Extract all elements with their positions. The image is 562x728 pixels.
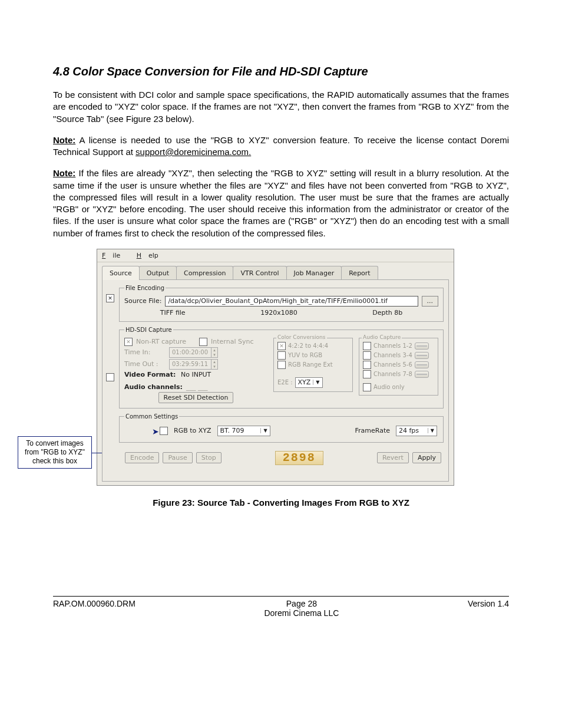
video-format-label: Video Format: (124, 371, 177, 378)
internal-sync-label: Internal Sync (211, 338, 253, 345)
tab-output[interactable]: Output (139, 266, 177, 280)
ch56-checkbox[interactable] (363, 361, 371, 369)
pause-button[interactable]: Pause (163, 452, 192, 463)
revert-button[interactable]: Revert (377, 452, 409, 463)
footer-page-label: Page (286, 599, 308, 608)
tab-bar: Source Output Compression VTR Control Jo… (97, 262, 454, 280)
ch12-checkbox[interactable] (363, 342, 371, 350)
yuv-rgb-checkbox[interactable] (277, 351, 286, 360)
e2e-select[interactable]: XYZ ▼ (295, 377, 323, 388)
video-format-value: No INPUT (181, 371, 211, 378)
encode-button[interactable]: Encode (125, 452, 159, 463)
tab-report[interactable]: Report (341, 266, 378, 280)
time-out-label: Time Out : (124, 360, 166, 368)
audio-channels-label: Audio channels: (124, 383, 183, 391)
time-out-value: 03:29:59:11 (170, 360, 211, 369)
bt709-select[interactable]: BT. 709 ▼ (217, 426, 270, 436)
footer-page-number: 28 (308, 599, 317, 608)
ch78-slider[interactable] (415, 371, 429, 378)
menubar: File Help (97, 249, 454, 262)
ch56-slider[interactable] (415, 361, 429, 368)
apply-button[interactable]: Apply (412, 452, 441, 463)
rgb-range-ext-label: RGB Range Ext (288, 361, 333, 368)
nonrt-checkbox[interactable] (124, 338, 133, 346)
callout-text: To convert images from "RGB to XYZ" chec… (25, 439, 85, 465)
rgb-range-ext-checkbox[interactable] (277, 361, 286, 369)
ch34-slider[interactable] (415, 352, 429, 359)
ch78-checkbox[interactable] (363, 370, 371, 378)
pointer-arrow-icon: ➤ (152, 427, 159, 436)
group-hdsdi-capture: HD-SDI Capture Non-RT capture Internal S… (119, 327, 444, 409)
figure-caption: Figure 23: Source Tab - Converting Image… (53, 498, 509, 508)
tab-compression[interactable]: Compression (176, 266, 233, 280)
note-2-text: If the files are already "XYZ", then sel… (53, 168, 509, 238)
menu-file[interactable]: File (102, 252, 127, 259)
page-footer: RAP.OM.000960.DRM Page 28 Doremi Cinema … (53, 596, 509, 618)
caret-down-icon: ▼ (260, 428, 267, 433)
source-file-input[interactable]: /data/dcp/Olivier_Boulant_OpAtom/High_bi… (165, 296, 418, 307)
422-444-label: 4:2:2 to 4:4:4 (288, 342, 328, 349)
note-2: Note: If the files are already "XYZ", th… (53, 167, 509, 239)
legend-common-settings: Common Settings (124, 413, 179, 420)
rgb-to-xyz-checkbox[interactable] (160, 427, 168, 435)
nonrt-label: Non-RT capture (136, 338, 186, 345)
audio-only-label: Audio only (373, 384, 405, 390)
hdsdi-capture-checkbox[interactable] (106, 373, 114, 381)
frame-counter-lcd: 2898 (275, 451, 323, 465)
audio-channels-value: ___ ___ (186, 383, 208, 391)
time-in-spinner[interactable]: 01:00:20:00 ▴▾ (169, 347, 218, 358)
yuv-rgb-label: YUV to RGB (288, 352, 322, 358)
stop-button[interactable]: Stop (196, 452, 222, 463)
section-heading: 4.8 Color Space Conversion for File and … (53, 65, 509, 78)
group-audio-capture: Audio Capture Channels 1-2 Channels 3-4 … (359, 338, 438, 396)
app-window: File Help Source Output Compression VTR … (97, 249, 454, 486)
caret-down-icon: ▼ (313, 380, 319, 385)
time-in-value: 01:00:20:00 (170, 348, 211, 357)
ch34-checkbox[interactable] (363, 351, 371, 360)
support-email[interactable]: support@doremicinema.com. (135, 147, 251, 157)
legend-color-conversions: Color Conversions (276, 334, 327, 340)
time-out-spinner[interactable]: 03:29:59:11 ▴▾ (169, 359, 218, 370)
422-444-checkbox[interactable] (277, 342, 286, 350)
browse-button[interactable]: ... (422, 296, 439, 307)
footer-doc-id: RAP.OM.000960.DRM (53, 599, 135, 618)
resolution-value: 1920x1080 (260, 309, 297, 317)
ch12-label: Channels 1-2 (373, 342, 412, 349)
source-file-label: Source File: (124, 297, 161, 305)
reset-sdi-button[interactable]: Reset SDI Detection (158, 392, 234, 403)
audio-only-checkbox[interactable] (363, 383, 371, 391)
bt709-value: BT. 709 (220, 427, 244, 434)
legend-hdsdi: HD-SDI Capture (124, 327, 173, 333)
menu-help[interactable]: Help (137, 252, 158, 259)
e2e-value: XYZ (298, 378, 311, 386)
framerate-select[interactable]: 24 fps ▼ (396, 426, 437, 436)
depth-value: Depth 8b (372, 309, 402, 317)
e2e-label: E2E : (277, 379, 293, 386)
down-arrow-icon[interactable]: ▾ (211, 364, 217, 369)
note-label: Note: (53, 168, 75, 178)
tab-source[interactable]: Source (102, 266, 140, 280)
down-arrow-icon[interactable]: ▾ (211, 353, 217, 357)
group-file-encoding: File Encoding Source File: /data/dcp/Oli… (119, 285, 444, 322)
group-common-settings: Common Settings ➤ RGB to XYZ BT. 709 ▼ F… (119, 413, 444, 443)
file-encoding-checkbox[interactable] (106, 294, 114, 302)
up-arrow-icon[interactable]: ▴ (211, 348, 217, 353)
footer-version: Version 1.4 (468, 599, 509, 618)
paragraph-intro: To be consistent with DCI color and samp… (53, 89, 509, 125)
ch12-slider[interactable] (415, 342, 429, 350)
note-label: Note: (53, 135, 75, 145)
up-arrow-icon[interactable]: ▴ (211, 360, 217, 364)
rgb-to-xyz-label: RGB to XYZ (174, 427, 211, 434)
tab-vtr-control[interactable]: VTR Control (233, 266, 286, 280)
tab-panel-source: File Encoding Source File: /data/dcp/Oli… (102, 279, 449, 482)
time-in-label: Time In: (124, 348, 166, 356)
internal-sync-checkbox[interactable] (199, 338, 207, 346)
group-color-conversions: Color Conversions 4:2:2 to 4:4:4 YUV to … (273, 338, 353, 392)
note-1-text: A license is needed to use the "RGB to X… (53, 135, 509, 157)
ch56-label: Channels 5-6 (373, 361, 412, 368)
ch78-label: Channels 7-8 (373, 371, 412, 377)
framerate-value: 24 fps (399, 427, 419, 434)
caret-down-icon: ▼ (428, 428, 434, 433)
tab-job-manager[interactable]: Job Manager (286, 266, 342, 280)
file-type-value: TIFF file (160, 309, 186, 317)
